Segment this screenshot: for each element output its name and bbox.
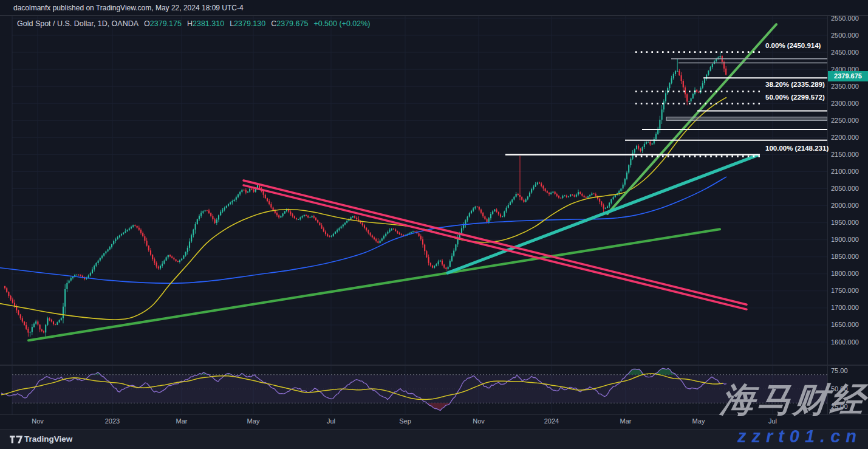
watermark-chinese-text: 海马财经	[719, 383, 868, 417]
rsi-band-layer	[12, 375, 827, 403]
close-value: 2379.675	[276, 19, 308, 28]
low-value: 2379.130	[234, 19, 265, 28]
last-price-tag: 2379.675	[828, 71, 868, 81]
rising-support-trendline	[29, 229, 720, 340]
high-value: 2381.310	[193, 19, 224, 28]
watermark-url-text: zzrt01.cn	[737, 428, 862, 445]
tradingview-logo-icon[interactable]	[10, 435, 23, 446]
descending-channel-upper	[244, 180, 747, 304]
publish-header-bar: dacolmanfx published on TradingView.com,…	[0, 0, 868, 16]
publish-attribution-text: dacolmanfx published on TradingView.com,…	[13, 4, 244, 12]
trendlines-layer	[29, 24, 776, 340]
teal-trendline	[448, 156, 757, 273]
close-label: C	[271, 19, 276, 28]
levels-layer	[505, 59, 827, 155]
open-label: O	[144, 19, 150, 28]
tradingview-brand-link[interactable]: TradingView	[24, 434, 72, 444]
grid-layer	[12, 16, 827, 414]
open-value: 2379.175	[150, 19, 182, 28]
high-label: H	[187, 19, 193, 28]
chart-legend: Gold Spot / U.S. Dollar, 1D, OANDAO2379.…	[17, 19, 371, 28]
tradingview-published-chart: dacolmanfx published on TradingView.com,…	[0, 0, 868, 449]
change-value: +0.500 (+0.02%)	[313, 19, 370, 28]
symbol-title: Gold Spot / U.S. Dollar, 1D, OANDA	[17, 19, 138, 28]
